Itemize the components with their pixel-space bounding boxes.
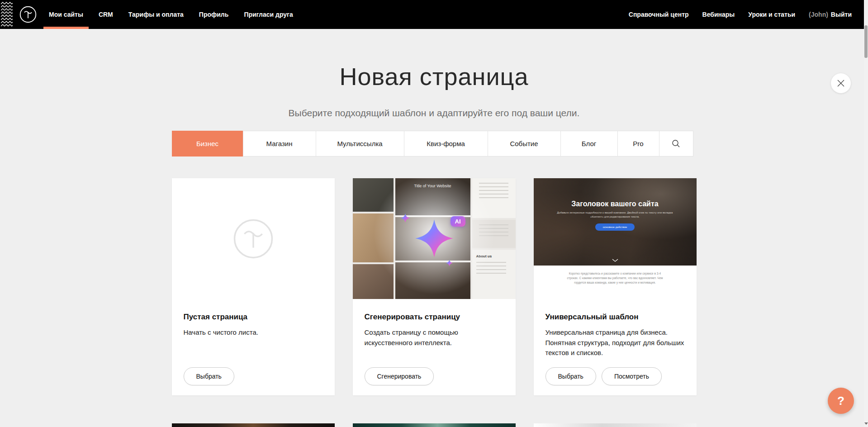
search-icon [672, 139, 680, 148]
zigzag-pattern-icon [1, 1, 14, 28]
card-description: Начать с чистого листа. [184, 327, 323, 338]
tab-pro[interactable]: Pro [617, 131, 659, 157]
nav-item-lessons[interactable]: Уроки и статьи [748, 0, 795, 29]
choose-blank-button[interactable]: Выбрать [184, 367, 234, 385]
help-button[interactable]: ? [828, 388, 854, 414]
preview-hero-title: Заголовок вашего сайта [571, 200, 658, 208]
nav-item-invite-friend[interactable]: Пригласи друга [244, 0, 293, 29]
nav-item-help-center[interactable]: Справочный центр [629, 0, 689, 29]
generate-button[interactable]: Сгенерировать [365, 367, 434, 385]
tab-blog[interactable]: Блог [560, 131, 618, 157]
secondary-nav: Справочный центр Вебинары Уроки и статьи… [615, 0, 852, 29]
card-title: Пустая страница [184, 313, 323, 322]
page-subtitle: Выберите подходящий шаблон и адаптируйте… [0, 108, 868, 119]
card-title: Сгенерировать страницу [365, 313, 504, 322]
template-category-tabs: Бизнес Магазин Мультиссылка Квиз-форма С… [172, 131, 697, 157]
card-title: Универсальный шаблон [545, 313, 685, 322]
next-cards-row [172, 423, 697, 427]
user-menu: (John) Выйти [809, 0, 852, 29]
search-tab[interactable] [659, 131, 693, 157]
main-content: Новая страница Выберите подходящий шабло… [0, 29, 868, 427]
preview-hero: Заголовок вашего сайта Добавьте интересн… [534, 178, 697, 266]
tilda-logo[interactable] [19, 5, 37, 24]
ai-badge: AI [451, 216, 465, 227]
ai-sparkle-icon [389, 191, 479, 286]
tilda-watermark-icon [232, 217, 275, 261]
template-cards-grid: Пустая страница Начать с чистого листа. … [172, 178, 697, 395]
template-card-partial-1[interactable] [172, 423, 335, 427]
nav-item-my-sites[interactable]: Мои сайты [49, 0, 83, 29]
card-description: Создать страницу с помощью искусственног… [365, 327, 504, 348]
nav-item-profile[interactable]: Профиль [199, 0, 229, 29]
card-description: Универсальная страница для бизнеса. Поня… [545, 327, 685, 358]
template-card-partial-2[interactable] [353, 423, 516, 427]
chevron-down-icon [612, 259, 618, 262]
preview-body-text: Коротко представьтесь и расскажите о ком… [564, 271, 665, 299]
main-nav: Мои сайты CRM Тарифы и оплата Профиль Пр… [49, 0, 308, 29]
tab-shop[interactable]: Магазин [243, 131, 316, 157]
choose-universal-button[interactable]: Выбрать [545, 367, 596, 385]
nav-item-webinars[interactable]: Вебинары [702, 0, 735, 29]
scrollbar-down-arrow[interactable] [864, 421, 868, 426]
close-icon [837, 79, 845, 87]
page-title: Новая страница [0, 29, 868, 90]
logout-link[interactable]: Выйти [831, 11, 852, 18]
template-card-ai-generate: Title of Your Website About us [353, 178, 516, 395]
nav-item-crm[interactable]: CRM [99, 0, 113, 29]
tab-multilink[interactable]: Мультиссылка [316, 131, 404, 157]
tab-business[interactable]: Бизнес [172, 131, 243, 157]
tab-event[interactable]: Событие [488, 131, 561, 157]
scrollbar-thumb[interactable] [864, 25, 868, 58]
scrollbar-track [864, 0, 868, 427]
ai-template-thumbnail[interactable]: Title of Your Website About us [353, 178, 516, 299]
universal-template-thumbnail[interactable]: Заголовок вашего сайта Добавьте интересн… [534, 178, 697, 299]
template-card-partial-3[interactable] [534, 423, 697, 427]
close-button[interactable] [831, 73, 851, 93]
tab-quiz-form[interactable]: Квиз-форма [404, 131, 488, 157]
preview-hero-button: основное действие [595, 223, 635, 231]
preview-universal-button[interactable]: Посмотреть [602, 367, 662, 385]
user-name: (John) [809, 11, 828, 18]
preview-hero-text: Добавьте интересные подробности о вашей … [556, 211, 674, 219]
nav-item-tariffs[interactable]: Тарифы и оплата [128, 0, 184, 29]
top-navbar: Мои сайты CRM Тарифы и оплата Профиль Пр… [0, 0, 868, 29]
template-card-universal: Заголовок вашего сайта Добавьте интересн… [534, 178, 697, 395]
blank-template-thumbnail[interactable] [172, 178, 335, 299]
template-card-blank: Пустая страница Начать с чистого листа. … [172, 178, 335, 395]
preview-body: Коротко представьтесь и расскажите о ком… [534, 266, 697, 299]
